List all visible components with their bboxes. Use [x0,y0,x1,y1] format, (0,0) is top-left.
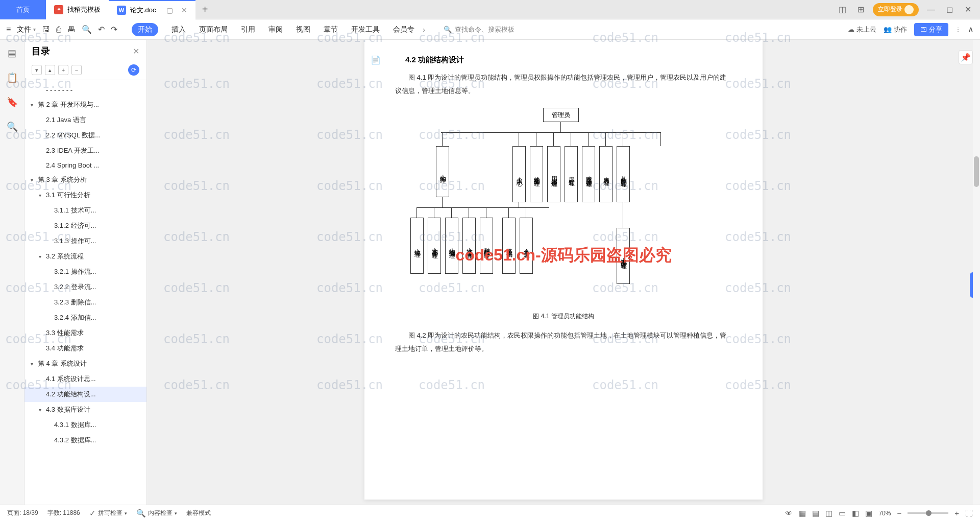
outline-item[interactable]: - - - - - - - [24,83,146,97]
toolbar-search[interactable]: 🔍 查找命令、搜索模板 [444,25,514,34]
outline-expand-all[interactable]: ▴ [45,65,55,75]
preview-icon[interactable]: 🔍 [82,25,92,34]
menu-icon[interactable]: ≡ [6,25,11,34]
window-minimize-icon[interactable]: — [925,4,937,16]
word-count[interactable]: 字数: 11886 [47,509,80,517]
document-area: 📌 📄 4.2 功能结构设计 图 4.1 即为设计的管理员功能结构，管理员权限操… [147,40,980,505]
outline-item[interactable]: 2.2 MYSQL 数据... [24,128,146,143]
login-button[interactable]: 立即登录 [873,3,919,16]
zoom-in-icon[interactable]: + [954,509,959,517]
zoom-out-icon[interactable]: − [897,509,901,517]
bookmark-icon[interactable]: 🔖 [5,95,19,109]
outline-item[interactable]: ▾3.2 系统流程 [24,249,146,264]
menu-开发工具[interactable]: 开发工具 [351,25,380,34]
outline-item[interactable]: 3.2.1 操作流... [24,264,146,279]
pin-icon[interactable]: 📌 [959,50,973,64]
menu-引用[interactable]: 引用 [241,25,255,34]
outline-collapse-all[interactable]: ▾ [32,65,42,75]
outline-add[interactable]: + [58,65,68,75]
menu-视图[interactable]: 视图 [296,25,310,34]
search-rail-icon[interactable]: 🔍 [5,120,19,134]
outline-item[interactable]: ▾4.3 数据库设计 [24,402,146,417]
layout-icon[interactable]: ◫ [836,4,848,16]
outline-item[interactable]: 4.3.2 数据库... [24,433,146,448]
outline-item[interactable]: 2.1 Java 语言 [24,112,146,128]
redo-icon[interactable]: ↷ [111,25,117,34]
undo-icon[interactable]: ↶ [98,25,105,34]
menu-会员专[interactable]: 会员专 [393,25,414,34]
cloud-status[interactable]: ☁未上云 [848,25,876,34]
tab-home[interactable]: 首页 [0,0,46,19]
outline-item[interactable]: 3.1.1 技术可... [24,203,146,218]
menu-审阅[interactable]: 审阅 [268,25,283,34]
fullscreen-icon[interactable]: ⛶ [965,509,973,517]
eye-icon[interactable]: 👁 [785,509,793,517]
outline-title: 目录 [32,45,50,57]
outline-icon[interactable]: ▤ [5,46,19,60]
tab-screen-icon[interactable]: ▢ [166,6,173,14]
zoom-fit-icon[interactable]: ▣ [865,509,872,518]
compat-mode[interactable]: 兼容模式 [186,509,211,517]
avatar-icon [904,5,914,14]
outline-item[interactable]: ▾第 4 章 系统设计 [24,356,146,371]
menu-章节[interactable]: 章节 [324,25,338,34]
section-title: 4.2 功能结构设计 [405,55,732,65]
view-page-icon[interactable]: ▦ [799,509,806,518]
outline-item[interactable]: 4.2 功能结构设... [24,387,146,402]
outline-item[interactable]: 3.2.3 删除信... [24,295,146,310]
diagram-box: 基础数据管理 [617,146,630,202]
save-icon[interactable]: 🖫 [42,25,50,34]
content-icon: 🔍 [136,509,146,518]
tab-document[interactable]: W 论文.doc ▢ ✕ [109,0,195,19]
window-maximize-icon[interactable]: ◻ [943,4,955,16]
export-icon[interactable]: ⎙ [56,25,61,34]
diagram-box: 土地管理 [436,146,449,197]
page-indicator[interactable]: 页面: 18/39 [7,509,38,517]
share-icon: ⮹ [920,26,927,33]
diagram-box: 修改密码 [502,218,516,274]
outline-item[interactable]: 3.2.4 添加信... [24,310,146,325]
outline-item[interactable]: ▾第 3 章 系统分析 [24,172,146,187]
zoom-level[interactable]: 70% [878,510,891,517]
view-focus-icon[interactable]: ◧ [852,509,859,518]
outline-item[interactable]: 3.1.2 经济可... [24,218,146,233]
outline-item[interactable]: 2.3 IDEA 开发工... [24,143,146,158]
apps-icon[interactable]: ⊞ [854,4,867,16]
outline-item[interactable]: 3.2.2 登录流... [24,279,146,295]
menu-开始[interactable]: 开始 [132,23,158,36]
outline-remove[interactable]: − [71,65,82,75]
outline-item[interactable]: 3.4 功能需求 [24,341,146,356]
collab-button[interactable]: 👥协作 [884,25,907,34]
view-outline-icon[interactable]: ▤ [812,509,819,518]
outline-item[interactable]: 3.1.3 操作可... [24,233,146,249]
outline-item[interactable]: 3.3 性能需求 [24,325,146,341]
share-button[interactable]: ⮹分享 [914,23,948,36]
tab-document-label: 论文.doc [130,6,156,15]
tab-template[interactable]: ✦ 找稻壳模板 [46,0,109,19]
menu-页面布局[interactable]: 页面布局 [199,25,228,34]
vertical-scrollbar[interactable] [973,40,980,505]
outline-item[interactable]: ▾第 2 章 开发环境与... [24,97,146,112]
more-icon[interactable]: ⋮ [955,27,961,32]
expand-icon[interactable]: ∧ [968,25,974,34]
tab-close-icon[interactable]: ✕ [181,6,187,14]
diagram-box: 种植详情管理 [480,218,493,274]
file-menu[interactable]: 文件▾ [17,25,36,34]
tab-add-button[interactable]: + [195,4,215,15]
diagram-box: 用户建议管理 [547,146,560,202]
zoom-slider[interactable] [908,512,948,514]
outline-close-icon[interactable]: ✕ [133,46,139,56]
outline-item[interactable]: ▾3.1 可行性分析 [24,187,146,203]
window-close-icon[interactable]: ✕ [962,4,974,16]
outline-item[interactable]: 4.1 系统设计思... [24,371,146,387]
spell-check[interactable]: ✓拼写检查▾ [89,509,127,518]
view-read-icon[interactable]: ▭ [839,509,846,518]
menu-插入[interactable]: 插入 [172,25,186,34]
view-web-icon[interactable]: ◫ [825,509,832,518]
outline-item[interactable]: 4.3.1 数据库... [24,417,146,433]
print-icon[interactable]: 🖶 [67,25,76,34]
outline-sync-icon[interactable]: ⟳ [128,64,139,76]
content-check[interactable]: 🔍内容检查▾ [136,509,177,518]
clipboard-icon[interactable]: 📋 [5,70,19,85]
outline-item[interactable]: 2.4 Spring Boot ... [24,158,146,172]
